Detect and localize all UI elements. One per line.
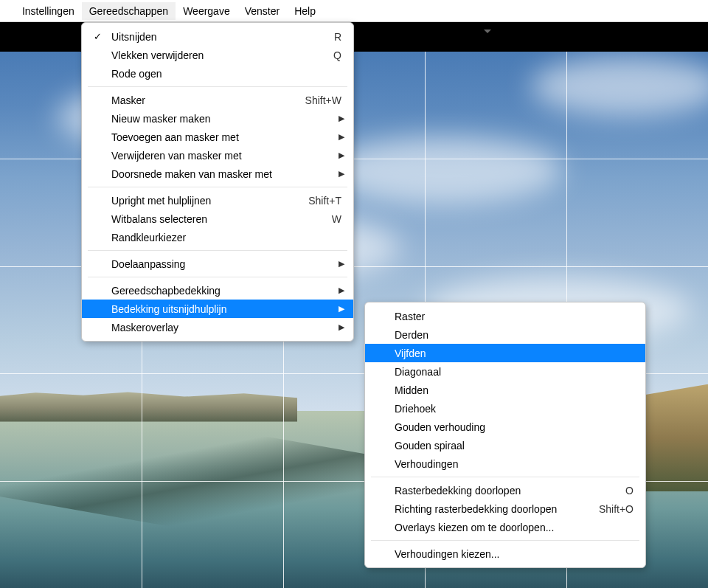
menu-item-shortcut: Shift+T	[308, 195, 341, 207]
menu-item[interactable]: Midden	[365, 381, 645, 399]
check-icon: ✓	[94, 31, 102, 42]
menu-item-label: Vlekken verwijderen	[111, 49, 319, 61]
menubar-label: Venster	[245, 5, 280, 17]
submenu-bedekking-uitsnijdhulplijn: RasterDerdenVijfdenDiagonaalMiddenDrieho…	[364, 302, 646, 568]
menu-item[interactable]: Diagonaal	[365, 362, 645, 381]
menu-separator	[371, 477, 639, 477]
menubar: Instellingen Gereedschappen Weergave Ven…	[0, 0, 708, 22]
menu-item[interactable]: Vlekken verwijderenQ	[82, 46, 353, 64]
menubar-item-venster[interactable]: Venster	[237, 2, 287, 20]
menu-item-label: Rasterbedekking doorlopen	[395, 485, 611, 497]
menu-item[interactable]: Driehoek	[365, 399, 645, 418]
menu-item[interactable]: Rasterbedekking doorlopenO	[365, 481, 645, 499]
submenu-arrow-icon: ▶	[339, 114, 344, 123]
menubar-label: Weergave	[183, 5, 230, 17]
menu-item[interactable]: Nieuw masker maken▶	[82, 109, 353, 128]
menu-item-label: Diagonaal	[395, 366, 634, 378]
menu-item-label: Gouden verhouding	[395, 421, 634, 433]
menu-item-label: Bedekking uitsnijdhulplijn	[111, 303, 341, 315]
menu-separator	[88, 250, 347, 251]
menu-item[interactable]: Gouden verhouding	[365, 418, 645, 436]
menu-item[interactable]: Rode ogen	[82, 64, 353, 83]
menu-item[interactable]: Overlays kiezen om te doorlopen...	[365, 518, 645, 536]
menu-item-shortcut: Shift+O	[599, 503, 634, 515]
menu-item[interactable]: Maskeroverlay▶	[82, 318, 353, 336]
menubar-item-cropped	[4, 2, 15, 20]
menu-item-label: Overlays kiezen om te doorlopen...	[395, 522, 634, 533]
menubar-label: Gereedschappen	[89, 5, 168, 17]
menu-item-label: Midden	[395, 384, 634, 396]
menu-item-label: Vijfden	[395, 347, 634, 359]
menu-item[interactable]: Verwijderen van masker met▶	[82, 146, 353, 165]
menu-item[interactable]: Gouden spiraal	[365, 436, 645, 454]
menu-item-shortcut: Q	[333, 49, 341, 61]
menu-item-label: Rode ogen	[111, 68, 341, 80]
menu-item[interactable]: Raster	[365, 307, 645, 325]
menu-item-shortcut: O	[625, 485, 634, 497]
menu-item-shortcut: R	[334, 31, 341, 43]
menu-item-label: Gereedschapbedekking	[111, 285, 341, 297]
menu-item-label: Nieuw masker maken	[111, 113, 341, 125]
menu-item-label: Gouden spiraal	[395, 440, 634, 452]
menubar-item-gereedschappen[interactable]: Gereedschappen	[82, 2, 176, 20]
menu-item[interactable]: Randkleurkiezer	[82, 228, 353, 246]
menubar-label: Instellingen	[22, 5, 74, 17]
menu-item[interactable]: Verhoudingen	[365, 454, 645, 473]
menu-item-label: Toevoegen aan masker met	[111, 131, 341, 143]
menu-item[interactable]: Verhoudingen kiezen...	[365, 544, 645, 563]
menu-separator	[88, 187, 347, 187]
menu-item-label: Masker	[111, 94, 291, 106]
submenu-arrow-icon: ▶	[339, 132, 344, 142]
menu-item-label: Randkleurkiezer	[111, 232, 341, 243]
menu-separator	[88, 277, 347, 277]
menu-gereedschappen: ✓UitsnijdenRVlekken verwijderenQRode oge…	[81, 22, 354, 342]
menubar-label: Help	[294, 5, 316, 17]
menu-item[interactable]: Doelaanpassing▶	[82, 255, 353, 273]
menubar-item-weergave[interactable]: Weergave	[176, 2, 237, 20]
menu-item[interactable]: Richting rasterbedekking doorlopenShift+…	[365, 499, 645, 518]
menu-item[interactable]: Bedekking uitsnijdhulplijn▶	[82, 300, 353, 318]
menu-item-label: Derden	[395, 329, 634, 341]
menu-item[interactable]: Doorsnede maken van masker met▶	[82, 165, 353, 183]
menu-item-label: Doelaanpassing	[111, 258, 341, 270]
submenu-arrow-icon: ▶	[339, 259, 344, 269]
menu-item[interactable]: ✓UitsnijdenR	[82, 27, 353, 46]
submenu-arrow-icon: ▶	[339, 304, 344, 314]
menu-item[interactable]: Toevoegen aan masker met▶	[82, 128, 353, 146]
menu-item-label: Upright met hulplijnen	[111, 195, 294, 207]
menu-separator	[88, 86, 347, 87]
menu-item-label: Raster	[395, 311, 634, 322]
menubar-item-instellingen[interactable]: Instellingen	[15, 2, 82, 20]
panel-disclosure-icon[interactable]	[484, 30, 491, 33]
menu-item[interactable]: Gereedschapbedekking▶	[82, 281, 353, 300]
menu-item-shortcut: Shift+W	[305, 94, 341, 106]
menu-item-label: Verhoudingen kiezen...	[395, 548, 634, 560]
menu-item[interactable]: Vijfden	[365, 344, 645, 362]
menu-item[interactable]: MaskerShift+W	[82, 91, 353, 109]
photo-cloud	[326, 137, 562, 204]
menu-separator	[371, 540, 639, 541]
menu-item[interactable]: Witbalans selecterenW	[82, 210, 353, 228]
menu-item-label: Richting rasterbedekking doorlopen	[395, 503, 584, 515]
menubar-item-help[interactable]: Help	[287, 2, 323, 20]
submenu-arrow-icon: ▶	[339, 151, 344, 160]
submenu-arrow-icon: ▶	[339, 322, 344, 332]
submenu-arrow-icon: ▶	[339, 286, 344, 295]
menu-item-label: Uitsnijden	[111, 31, 319, 43]
menu-item-shortcut: W	[332, 213, 341, 225]
menu-item[interactable]: Derden	[365, 325, 645, 344]
menu-item-label: Doorsnede maken van masker met	[111, 168, 341, 180]
menu-item-label: Verhoudingen	[395, 458, 634, 470]
menu-item[interactable]: Upright met hulplijnenShift+T	[82, 191, 353, 210]
menu-item-label: Driehoek	[395, 403, 634, 415]
menu-item-label: Verwijderen van masker met	[111, 150, 341, 162]
menu-item-label: Maskeroverlay	[111, 322, 341, 333]
menu-item-label: Witbalans selecteren	[111, 213, 317, 225]
submenu-arrow-icon: ▶	[339, 169, 344, 179]
